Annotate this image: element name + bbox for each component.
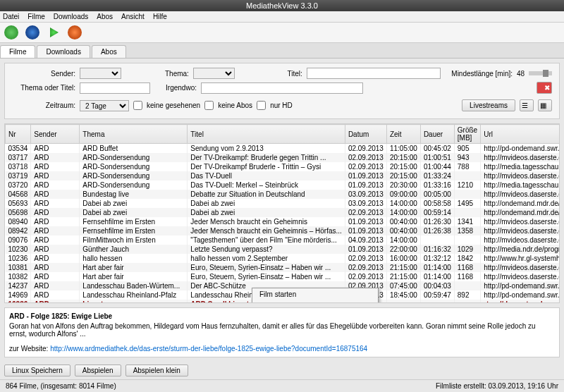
length-slider[interactable] xyxy=(529,71,552,75)
thema-label: Thema: xyxy=(125,70,189,78)
irgendwo-input[interactable] xyxy=(201,82,363,94)
menu-datei[interactable]: Datei xyxy=(3,13,19,20)
table-row[interactable]: 05693ARDDabei ab zweiDabei ab zwei03.09.… xyxy=(6,199,560,208)
zeitraum-label: Zeitraum: xyxy=(12,102,75,109)
ctx-film-starten[interactable]: Film starten xyxy=(252,288,378,300)
detail-title: ARD - Folge 1825: Ewige Liebe xyxy=(9,312,555,320)
thema-select[interactable] xyxy=(193,68,235,79)
status-right: Filmliste erstellt: 03.09.2013, 19:16 Uh… xyxy=(436,382,558,390)
col-8[interactable]: Url xyxy=(481,125,560,144)
table-row[interactable]: 03719ARDARD-SondersendungDas TV-Duell01.… xyxy=(6,171,560,180)
table-row[interactable]: 10236ARDhallo hessenhallo hessen vom 2.S… xyxy=(6,254,560,263)
table-row[interactable]: 05698ARDDabei ab zweiDabei ab zwei02.09.… xyxy=(6,208,560,217)
table-row[interactable]: 10230ARDGünther JauchLetzte Sendung verp… xyxy=(6,245,560,254)
context-menu: Film starten Film aufzeichnen Filter▸ Ab… xyxy=(252,288,379,303)
statusbar: 864 Filme, (insgesamt: 8014 Filme) Filml… xyxy=(0,379,564,392)
col-2[interactable]: Thema xyxy=(80,125,188,144)
sender-label: Sender: xyxy=(12,70,75,78)
tab-abos[interactable]: Abos xyxy=(92,45,126,58)
thema-titel-input[interactable] xyxy=(80,82,150,94)
menu-filme[interactable]: Filme xyxy=(27,13,44,20)
website-label: zur Website: xyxy=(9,345,48,353)
cb-gesehen-label: keine gesehenen xyxy=(147,102,200,109)
website-link[interactable]: http://www.ardmediathek.de/das-erste/stu… xyxy=(50,345,367,353)
menu-ansicht[interactable]: Ansicht xyxy=(121,13,145,20)
toolbar xyxy=(0,23,564,43)
livestreams-button[interactable]: Livestreams xyxy=(462,99,515,111)
linux-speichern-button[interactable]: Linux Speichern xyxy=(4,365,70,376)
play-icon[interactable] xyxy=(47,25,61,39)
detail-desc: Goran hat von Alfons den Auftrag bekomme… xyxy=(9,322,555,338)
cb-gesehen[interactable] xyxy=(133,101,142,110)
abspielen-button[interactable]: Abspielen xyxy=(75,365,121,376)
col-4[interactable]: Datum xyxy=(345,125,386,144)
info-icon[interactable] xyxy=(25,25,39,39)
tab-filme[interactable]: Filme xyxy=(0,45,35,58)
irgendwo-label: Irgendwo: xyxy=(154,84,197,92)
status-left: 864 Filme, (insgesamt: 8014 Filme) xyxy=(6,382,116,390)
menu-downloads[interactable]: Downloads xyxy=(54,13,88,20)
abspielen-klein-button[interactable]: Abspielen klein xyxy=(125,365,188,376)
table-row[interactable]: 03720ARDARD-SondersendungDas TV-Duell: M… xyxy=(6,180,560,190)
mindestlange-value: 48 xyxy=(517,70,525,78)
titel-input[interactable] xyxy=(307,68,441,79)
titel-label: Titel: xyxy=(239,70,302,78)
table-row[interactable]: 08942ARDFernsehfilme im ErstenJeder Mens… xyxy=(6,226,560,235)
col-6[interactable]: Dauer xyxy=(420,125,454,144)
clear-filter-button[interactable]: ✖ xyxy=(537,82,552,94)
mindestlange-label: Mindestlänge [min]: xyxy=(449,70,513,78)
bottom-buttons: Linux Speichern Abspielen Abspielen klei… xyxy=(4,365,560,376)
table-row[interactable]: 08940ARDFernsehfilme im ErstenJeder Mens… xyxy=(6,217,560,226)
col-5[interactable]: Zeit xyxy=(386,125,420,144)
tabs: Filme Downloads Abos xyxy=(0,43,564,59)
cb-hd[interactable] xyxy=(257,101,266,110)
list-view-icon[interactable]: ☰ xyxy=(520,99,534,111)
menu-abos[interactable]: Abos xyxy=(97,13,113,20)
table-row[interactable]: 04568ARDBundestag liveDebatte zur Situat… xyxy=(6,190,560,199)
filter-panel: Sender: Thema: Titel: Mindestlänge [min]… xyxy=(4,63,560,119)
cb-abos[interactable] xyxy=(204,101,214,110)
table-row[interactable]: 03718ARDARD-SondersendungDer TV-Dreikamp… xyxy=(6,162,560,171)
zeitraum-select[interactable]: 2 Tage xyxy=(80,100,129,111)
col-7[interactable]: Größe [MB] xyxy=(454,125,480,144)
menu-hilfe[interactable]: Hilfe xyxy=(153,13,167,20)
table-row[interactable]: 10382ARDHart aber fairEuro, Steuern, Syr… xyxy=(6,272,560,281)
tab-downloads[interactable]: Downloads xyxy=(37,45,90,58)
cb-hd-label: nur HD xyxy=(270,102,293,109)
film-table[interactable]: NrSenderThemaTitelDatumZeitDauerGröße [M… xyxy=(4,123,560,303)
menubar: Datei Filme Downloads Abos Ansicht Hilfe xyxy=(0,11,564,23)
window-title: MediathekView 3.3.0 xyxy=(0,0,564,11)
table-row[interactable]: 03534ARDARD BuffetSendung vom 2.9.201302… xyxy=(6,144,560,154)
sender-select[interactable] xyxy=(80,68,121,79)
detail-panel: ARD - Folge 1825: Ewige Liebe Goran hat … xyxy=(4,307,560,357)
thema-titel-label: Thema oder Titel: xyxy=(12,84,75,92)
globe-icon[interactable] xyxy=(4,25,18,39)
cb-abos-label: keine Abos xyxy=(218,102,252,109)
table-row[interactable]: 10381ARDHart aber fairEuro, Steuern, Syr… xyxy=(6,263,560,272)
col-1[interactable]: Sender xyxy=(31,125,80,144)
table-row[interactable]: 03717ARDARD-SondersendungDer TV-Dreikamp… xyxy=(6,153,560,162)
record-icon[interactable] xyxy=(68,25,82,39)
col-0[interactable]: Nr xyxy=(6,125,31,144)
table-row[interactable]: 09076ARDFilmMittwoch im Ersten"Tagesthem… xyxy=(6,235,560,245)
col-3[interactable]: Titel xyxy=(188,125,345,144)
grid-view-icon[interactable]: ▦ xyxy=(538,99,552,111)
